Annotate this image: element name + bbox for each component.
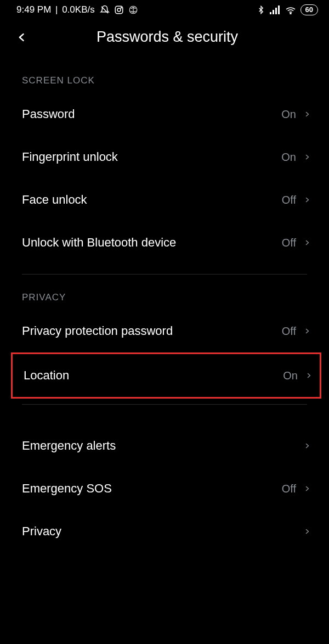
row-value: On — [281, 108, 296, 121]
bluetooth-icon — [257, 5, 265, 15]
row-label: Location — [24, 368, 283, 383]
row-emergency-alerts[interactable]: Emergency alerts — [0, 424, 329, 467]
page-title: Passwords & security — [35, 29, 299, 46]
back-button[interactable] — [16, 30, 35, 45]
status-left: 9:49 PM | 0.0KB/s — [16, 4, 138, 15]
chevron-right-icon — [304, 109, 310, 120]
battery-indicator: 60 — [300, 4, 318, 15]
section-header-privacy: Privacy — [0, 278, 329, 310]
row-value: On — [281, 151, 296, 164]
row-face-unlock[interactable]: Face unlock Off — [0, 178, 329, 221]
row-unlock-bluetooth[interactable]: Unlock with Bluetooth device Off — [0, 221, 329, 264]
chevron-right-icon — [304, 326, 310, 337]
row-location[interactable]: Location On — [13, 354, 320, 397]
row-label: Password — [22, 107, 281, 121]
status-time: 9:49 PM — [16, 4, 51, 15]
svg-rect-6 — [275, 8, 277, 14]
section-header-screen-lock: Screen lock — [0, 61, 329, 93]
row-label: Unlock with Bluetooth device — [22, 236, 282, 250]
row-emergency-sos[interactable]: Emergency SOS Off — [0, 467, 329, 510]
chevron-right-icon — [304, 194, 310, 205]
app-icon — [128, 5, 138, 15]
row-privacy[interactable]: Privacy — [0, 510, 329, 553]
wifi-icon — [285, 5, 296, 14]
svg-point-1 — [117, 8, 121, 12]
row-label: Emergency SOS — [22, 481, 282, 496]
status-sep: | — [53, 4, 60, 15]
chevron-right-icon — [304, 526, 310, 537]
divider — [22, 274, 307, 275]
row-value: Off — [282, 237, 296, 249]
row-value: Off — [282, 325, 296, 338]
svg-rect-4 — [270, 12, 271, 14]
divider — [22, 404, 307, 405]
svg-rect-7 — [278, 5, 280, 14]
row-label: Emergency alerts — [22, 439, 296, 453]
status-right: 60 — [257, 4, 318, 15]
row-privacy-protection-password[interactable]: Privacy protection password Off — [0, 310, 329, 352]
row-label: Privacy protection password — [22, 324, 282, 338]
instagram-icon — [114, 5, 124, 15]
row-value: Off — [282, 483, 296, 495]
chevron-right-icon — [304, 237, 310, 248]
chevron-right-icon — [304, 483, 310, 494]
svg-rect-5 — [273, 10, 274, 14]
row-label: Privacy — [22, 524, 296, 539]
app-header: Passwords & security — [0, 18, 329, 61]
status-bar: 9:49 PM | 0.0KB/s 60 — [0, 0, 329, 18]
chevron-right-icon — [304, 440, 310, 451]
chevron-right-icon — [305, 370, 312, 381]
highlight-box: Location On — [11, 352, 321, 399]
svg-point-8 — [290, 13, 291, 14]
signal-icon — [270, 5, 281, 14]
row-password[interactable]: Password On — [0, 93, 329, 136]
row-fingerprint-unlock[interactable]: Fingerprint unlock On — [0, 136, 329, 178]
chevron-right-icon — [304, 152, 310, 163]
dnd-icon — [100, 5, 110, 15]
row-label: Face unlock — [22, 193, 282, 207]
status-net: 0.0KB/s — [62, 4, 95, 15]
row-value: On — [283, 369, 298, 382]
row-label: Fingerprint unlock — [22, 150, 281, 164]
svg-point-2 — [121, 7, 122, 8]
row-value: Off — [282, 194, 296, 206]
